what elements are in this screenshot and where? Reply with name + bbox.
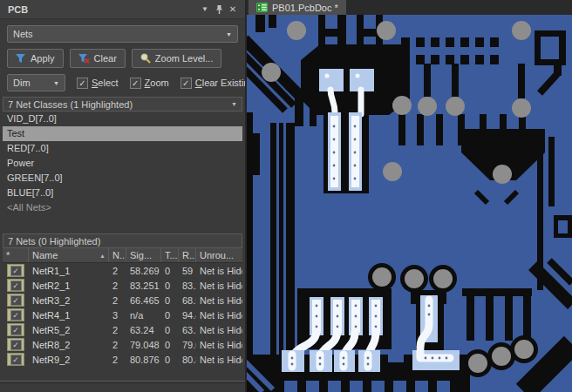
net-visible-checkbox[interactable]: ✓ <box>7 353 24 366</box>
panel-mode-dropdown[interactable]: Nets ▼ <box>7 25 238 43</box>
net-class-item[interactable]: BLUE[7..0] <box>3 186 242 200</box>
checkbox-check-icon: ✓ <box>10 266 22 276</box>
net-visible-checkbox[interactable]: ✓ <box>7 338 24 351</box>
checkbox-check-icon: ✓ <box>130 78 141 89</box>
net-classes-list: VID_D[7..0] Test RED[7..0] Power GREEN[7… <box>3 112 242 233</box>
checkbox-check-icon: ✓ <box>10 295 22 306</box>
pcb-doc-icon <box>256 3 268 12</box>
panel-mode-value: Nets <box>13 29 33 39</box>
net-class-item[interactable]: Power <box>3 156 242 171</box>
checkbox-check-icon: ✓ <box>10 325 22 335</box>
tab-label: PB01.PcbDoc * <box>272 3 338 13</box>
column-header-signal[interactable]: Sig... <box>126 248 161 262</box>
dim-value: Dim <box>13 78 31 88</box>
chevron-down-icon: ▼ <box>53 80 59 86</box>
clear-button[interactable]: Clear <box>70 49 126 68</box>
column-header-t[interactable]: T... <box>161 248 179 262</box>
zoom-level-button[interactable]: Zoom Level... <box>132 49 222 68</box>
sort-ascending-icon: ▲ <box>99 253 106 259</box>
net-classes-header[interactable]: 7 Net Classes (1 Highlighted) ▼ <box>3 97 242 112</box>
close-icon[interactable]: ✕ <box>226 3 240 16</box>
net-visible-checkbox[interactable]: ✓ <box>7 264 24 277</box>
tab-pb01-pcbdoc[interactable]: PB01.PcbDoc * <box>249 0 346 15</box>
checkbox-check-icon: ✓ <box>10 340 22 350</box>
net-class-item-selected[interactable]: Test <box>3 126 242 141</box>
pcb-panel: PCB ▼ ✕ Nets ▼ Apply Clear Zoom Level... <box>0 0 247 392</box>
nets-section-header: 7 Nets (0 Highlighted) <box>3 233 242 248</box>
checkbox-check-icon: ✓ <box>10 355 22 365</box>
checkbox-check-icon: ✓ <box>77 78 88 89</box>
table-row[interactable]: ✓ NetR5_2 2 63.24 0 63.2 Net is Hidden <box>3 322 242 337</box>
magnifier-icon <box>140 53 151 64</box>
net-class-item[interactable]: GREEN[7..0] <box>3 171 242 186</box>
filter-toolbar: Apply Clear Zoom Level... <box>7 49 221 68</box>
document-tabbar: PB01.PcbDoc * <box>247 0 572 15</box>
table-row[interactable]: ✓ NetR4_1 3 n/a 0 94.4 Net is Hidden <box>3 308 242 322</box>
net-class-item[interactable]: RED[7..0] <box>3 141 242 156</box>
checkbox-check-icon: ✓ <box>10 280 22 291</box>
pcb-editor-canvas[interactable] <box>247 15 572 392</box>
filter-icon <box>16 54 26 64</box>
chevron-down-icon: ▼ <box>231 101 237 107</box>
altium-pcb-panel-window: PCB ▼ ✕ Nets ▼ Apply Clear Zoom Level... <box>0 0 572 392</box>
filter-clear-icon <box>78 54 90 64</box>
table-row[interactable]: ✓ NetR1_1 2 58.269 0 59 Net is Hidden <box>3 263 242 278</box>
dim-dropdown[interactable]: Dim ▼ <box>7 74 65 91</box>
column-header-unrouted[interactable]: Unrou... <box>196 248 242 262</box>
nets-table: * Name ▲ N.. Sig... T... R... Unrou... ✓… <box>3 248 242 381</box>
checkbox-check-icon: ✓ <box>180 78 192 89</box>
net-visible-checkbox[interactable]: ✓ <box>7 279 24 292</box>
panel-section-divider[interactable] <box>0 381 245 383</box>
pin-icon[interactable] <box>212 3 226 16</box>
dim-options-row: Dim ▼ ✓ Select ✓ Zoom ✓ Clear Existing <box>7 74 245 91</box>
table-row[interactable]: ✓ NetR8_2 2 79.048 0 79.0 Net is Hidden <box>3 337 242 352</box>
net-visible-checkbox[interactable]: ✓ <box>7 294 24 307</box>
table-row[interactable]: ✓ NetR2_1 2 83.251 0 83.2 Net is Hidden <box>3 278 242 293</box>
net-visible-checkbox[interactable]: ✓ <box>7 308 24 321</box>
column-header-r[interactable]: R... <box>179 248 196 262</box>
apply-button[interactable]: Apply <box>7 49 64 68</box>
clear-existing-checkbox[interactable]: ✓ Clear Existing <box>180 78 245 89</box>
net-class-item[interactable]: VID_D[7..0] <box>3 112 242 126</box>
column-header-name[interactable]: Name ▲ <box>29 248 109 262</box>
net-visible-checkbox[interactable]: ✓ <box>7 323 24 336</box>
checkbox-check-icon: ✓ <box>10 310 22 321</box>
panel-header: PCB ▼ ✕ <box>0 0 245 19</box>
table-row[interactable]: ✓ NetR9_2 2 80.876 0 80.8 Net is Hidden <box>3 352 242 367</box>
column-header-star[interactable]: * <box>3 248 29 262</box>
net-class-item-all-nets[interactable]: <All Nets> <box>3 200 242 215</box>
nets-table-header-row: * Name ▲ N.. Sig... T... R... Unrou... <box>3 248 242 263</box>
chevron-down-icon: ▼ <box>226 31 232 37</box>
document-workarea: PB01.PcbDoc * <box>247 0 572 392</box>
panel-title: PCB <box>8 4 198 15</box>
column-header-nodes[interactable]: N.. <box>109 248 126 262</box>
table-row[interactable]: ✓ NetR3_2 2 66.465 0 68.5 Net is Hidden <box>3 293 242 308</box>
zoom-checkbox[interactable]: ✓ Zoom <box>130 78 169 89</box>
select-checkbox[interactable]: ✓ Select <box>77 78 119 89</box>
panel-menu-arrow-icon[interactable]: ▼ <box>198 3 212 16</box>
